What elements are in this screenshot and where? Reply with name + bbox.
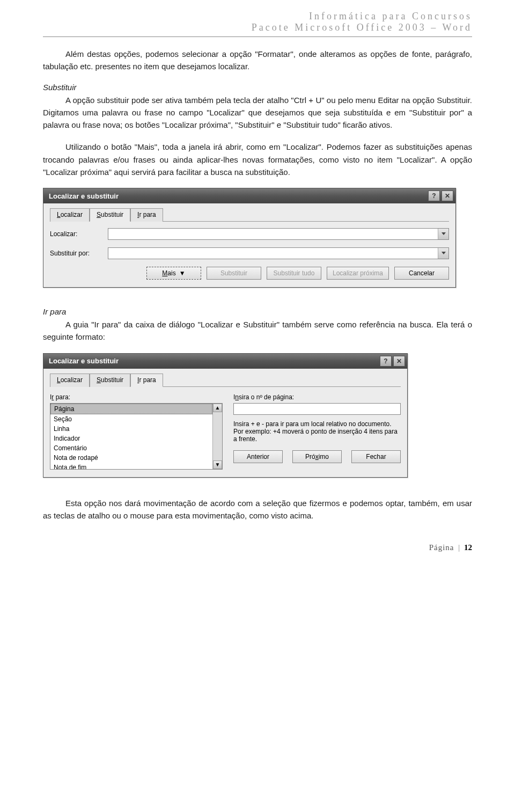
tab-ir-para[interactable]: Ir para <box>130 374 163 387</box>
close-button[interactable]: ✕ <box>442 191 453 201</box>
dialog2-tabs: Localizar Substituir Ir para <box>50 373 401 387</box>
footer-separator: | <box>458 543 460 552</box>
list-item[interactable]: Indicador <box>50 434 212 443</box>
listbox-scrollbar[interactable]: ▲ ▼ <box>212 404 222 469</box>
substituir-por-field[interactable] <box>108 248 438 259</box>
dialog2-titlebar: Localizar e substituir ? ✕ <box>43 354 407 369</box>
scroll-down-icon[interactable]: ▼ <box>213 460 222 469</box>
section-title-substituir: Substituir <box>43 83 472 92</box>
header-line1: Informática para Concursos <box>43 11 472 22</box>
irpara-listbox[interactable]: Página Seção Linha Indicador Comentário … <box>50 404 212 469</box>
list-item[interactable]: Seção <box>50 414 212 424</box>
substituir-por-input[interactable] <box>108 247 449 259</box>
paragraph-irpara: A guia "Ir para" da caixa de diálogo "Lo… <box>43 318 472 343</box>
tab-localizar[interactable]: Localizar <box>50 374 90 387</box>
substituir-por-dropdown-icon[interactable] <box>438 248 448 259</box>
hint-text: Insira + e - para ir para um local relat… <box>233 420 401 443</box>
header-divider <box>43 36 472 37</box>
dialog2-title: Localizar e substituir <box>49 357 119 365</box>
tab-substituir[interactable]: Substituir <box>90 208 130 222</box>
header-line2: Pacote Microsoft Office 2003 – Word <box>43 22 472 33</box>
cancelar-button[interactable]: Cancelar <box>394 267 449 280</box>
list-item[interactable]: Linha <box>50 424 212 434</box>
tab-substituir[interactable]: Substituir <box>90 374 130 387</box>
proximo-button[interactable]: Próximo <box>292 450 342 463</box>
list-item[interactable]: Página <box>50 404 212 414</box>
label-ir-para: Ir para: <box>50 393 223 401</box>
dialog-irpara-screenshot: Localizar e substituir ? ✕ Localizar Sub… <box>43 353 472 478</box>
label-substituir-por: Substituir por: <box>50 250 104 257</box>
tab-localizar[interactable]: Localizar <box>50 208 90 222</box>
paragraph-substituir-2: Utilizando o botão "Mais", toda a janela… <box>43 141 472 178</box>
paragraph-conclusion: Esta opção nos dará movimentação de acor… <box>43 497 472 522</box>
footer-page-number: 12 <box>464 543 472 552</box>
page-number-input[interactable] <box>233 403 401 415</box>
fechar-button[interactable]: Fechar <box>351 450 401 463</box>
page-footer: Página | 12 <box>43 543 472 552</box>
localizar-dropdown-icon[interactable] <box>438 229 448 239</box>
tab-ir-para[interactable]: Ir para <box>130 208 163 222</box>
list-item[interactable]: Comentário <box>50 443 212 453</box>
substituir-tudo-button[interactable]: Substituir tudo <box>267 267 321 280</box>
paragraph-substituir-1: A opção substituir pode ser ativa também… <box>43 94 472 131</box>
dialog-substituir-screenshot: Localizar e substituir ? ✕ Localizar Sub… <box>43 188 472 288</box>
svg-marker-1 <box>442 252 446 254</box>
footer-label: Página <box>429 543 454 552</box>
expand-icon: ▼ <box>179 269 186 277</box>
svg-marker-0 <box>442 232 446 235</box>
scroll-up-icon[interactable]: ▲ <box>213 404 222 412</box>
close-button[interactable]: ✕ <box>393 356 405 367</box>
section-title-irpara: Ir para <box>43 307 472 316</box>
list-item[interactable]: Nota de rodapé <box>50 453 212 463</box>
help-button[interactable]: ? <box>380 356 392 367</box>
localizar-field[interactable] <box>108 229 438 239</box>
anterior-button[interactable]: Anterior <box>233 450 283 463</box>
list-item[interactable]: Nota de fim <box>50 463 212 469</box>
localizar-input[interactable] <box>108 228 449 240</box>
dialog1-titlebar: Localizar e substituir ? ✕ <box>43 188 455 203</box>
paragraph-intro: Além destas opções, podemos selecionar a… <box>43 48 472 73</box>
localizar-proxima-button[interactable]: Localizar próxima <box>327 267 389 280</box>
label-localizar: Localizar: <box>50 230 104 238</box>
page-header: Informática para Concursos Pacote Micros… <box>43 11 472 33</box>
dialog1-tabs: Localizar Substituir Ir para <box>50 208 449 222</box>
help-button[interactable]: ? <box>428 191 440 201</box>
label-insira-pagina: Insira o nº de página: <box>233 393 401 401</box>
dialog1-title: Localizar e substituir <box>49 192 119 200</box>
mais-button[interactable]: Mais▼ <box>146 267 201 280</box>
substituir-button[interactable]: Substituir <box>207 267 261 280</box>
